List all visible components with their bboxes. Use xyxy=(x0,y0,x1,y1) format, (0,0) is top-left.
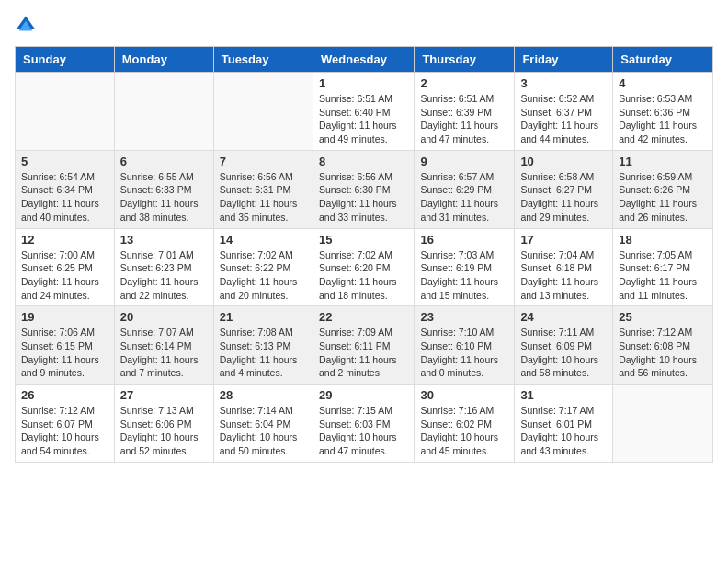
calendar-day-cell: 16Sunrise: 7:03 AM Sunset: 6:19 PM Dayli… xyxy=(415,228,515,306)
day-info: Sunrise: 6:57 AM Sunset: 6:29 PM Dayligh… xyxy=(420,170,508,224)
calendar-day-cell: 23Sunrise: 7:10 AM Sunset: 6:10 PM Dayli… xyxy=(415,306,515,385)
calendar-day-cell: 13Sunrise: 7:01 AM Sunset: 6:23 PM Dayli… xyxy=(114,228,213,306)
day-info: Sunrise: 7:02 AM Sunset: 6:22 PM Dayligh… xyxy=(220,248,307,303)
day-number: 12 xyxy=(21,233,108,247)
day-number: 28 xyxy=(220,388,307,402)
day-number: 14 xyxy=(220,233,307,247)
calendar-week-row: 12Sunrise: 7:00 AM Sunset: 6:25 PM Dayli… xyxy=(16,228,713,306)
day-number: 8 xyxy=(319,155,408,168)
day-number: 18 xyxy=(619,233,707,247)
calendar-day-cell: 28Sunrise: 7:14 AM Sunset: 6:04 PM Dayli… xyxy=(213,385,313,463)
day-info: Sunrise: 6:56 AM Sunset: 6:31 PM Dayligh… xyxy=(220,170,307,224)
day-number: 21 xyxy=(220,310,307,324)
day-info: Sunrise: 6:53 AM Sunset: 6:36 PM Dayligh… xyxy=(619,92,707,146)
day-number: 25 xyxy=(619,310,707,324)
day-number: 30 xyxy=(420,388,508,402)
day-info: Sunrise: 7:04 AM Sunset: 6:18 PM Dayligh… xyxy=(520,248,607,303)
calendar-day-cell: 22Sunrise: 7:09 AM Sunset: 6:11 PM Dayli… xyxy=(313,306,414,385)
day-number: 4 xyxy=(619,76,707,90)
day-info: Sunrise: 6:56 AM Sunset: 6:30 PM Dayligh… xyxy=(319,170,408,224)
day-info: Sunrise: 7:00 AM Sunset: 6:25 PM Dayligh… xyxy=(21,248,108,303)
calendar-day-cell: 6Sunrise: 6:55 AM Sunset: 6:33 PM Daylig… xyxy=(114,150,213,228)
day-number: 6 xyxy=(120,155,208,168)
day-info: Sunrise: 7:09 AM Sunset: 6:11 PM Dayligh… xyxy=(319,326,408,380)
day-info: Sunrise: 7:14 AM Sunset: 6:04 PM Dayligh… xyxy=(220,404,307,458)
day-number: 17 xyxy=(520,233,607,247)
calendar-day-cell: 19Sunrise: 7:06 AM Sunset: 6:15 PM Dayli… xyxy=(16,306,115,385)
calendar-day-cell: 31Sunrise: 7:17 AM Sunset: 6:01 PM Dayli… xyxy=(515,385,613,463)
calendar-day-cell: 15Sunrise: 7:02 AM Sunset: 6:20 PM Dayli… xyxy=(313,228,414,306)
day-info: Sunrise: 7:02 AM Sunset: 6:20 PM Dayligh… xyxy=(319,248,408,303)
day-number: 19 xyxy=(21,310,108,324)
calendar-week-row: 19Sunrise: 7:06 AM Sunset: 6:15 PM Dayli… xyxy=(16,306,713,385)
calendar-day-cell: 26Sunrise: 7:12 AM Sunset: 6:07 PM Dayli… xyxy=(16,385,115,463)
page-header xyxy=(15,15,713,37)
day-of-week-header: Monday xyxy=(114,47,213,73)
day-info: Sunrise: 7:11 AM Sunset: 6:09 PM Dayligh… xyxy=(520,326,607,380)
day-info: Sunrise: 7:06 AM Sunset: 6:15 PM Dayligh… xyxy=(21,326,108,380)
day-number: 27 xyxy=(120,388,208,402)
day-number: 1 xyxy=(319,76,408,90)
day-number: 31 xyxy=(520,388,607,402)
day-number: 10 xyxy=(520,155,607,168)
day-of-week-header: Wednesday xyxy=(313,47,414,73)
day-info: Sunrise: 7:12 AM Sunset: 6:07 PM Dayligh… xyxy=(21,404,108,458)
day-of-week-header: Sunday xyxy=(16,47,115,73)
day-info: Sunrise: 6:52 AM Sunset: 6:37 PM Dayligh… xyxy=(520,92,607,146)
day-info: Sunrise: 7:05 AM Sunset: 6:17 PM Dayligh… xyxy=(619,248,707,303)
calendar-day-cell: 3Sunrise: 6:52 AM Sunset: 6:37 PM Daylig… xyxy=(515,73,613,151)
day-info: Sunrise: 6:54 AM Sunset: 6:34 PM Dayligh… xyxy=(21,170,108,224)
day-info: Sunrise: 7:07 AM Sunset: 6:14 PM Dayligh… xyxy=(120,326,208,380)
day-of-week-header: Saturday xyxy=(613,47,713,73)
day-info: Sunrise: 6:51 AM Sunset: 6:40 PM Dayligh… xyxy=(319,92,408,146)
calendar-day-cell: 4Sunrise: 6:53 AM Sunset: 6:36 PM Daylig… xyxy=(613,73,713,151)
calendar-table: SundayMondayTuesdayWednesdayThursdayFrid… xyxy=(15,46,713,463)
day-info: Sunrise: 7:03 AM Sunset: 6:19 PM Dayligh… xyxy=(420,248,508,303)
day-of-week-header: Tuesday xyxy=(213,47,313,73)
calendar-day-cell: 27Sunrise: 7:13 AM Sunset: 6:06 PM Dayli… xyxy=(114,385,213,463)
logo xyxy=(15,15,40,37)
day-number: 29 xyxy=(319,388,408,402)
calendar-day-cell: 5Sunrise: 6:54 AM Sunset: 6:34 PM Daylig… xyxy=(16,150,115,228)
day-number: 9 xyxy=(420,155,508,168)
day-info: Sunrise: 6:59 AM Sunset: 6:26 PM Dayligh… xyxy=(619,170,707,224)
day-number: 26 xyxy=(21,388,108,402)
calendar-day-cell: 29Sunrise: 7:15 AM Sunset: 6:03 PM Dayli… xyxy=(313,385,414,463)
calendar-week-row: 26Sunrise: 7:12 AM Sunset: 6:07 PM Dayli… xyxy=(16,385,713,463)
day-info: Sunrise: 7:13 AM Sunset: 6:06 PM Dayligh… xyxy=(120,404,208,458)
day-number: 23 xyxy=(420,310,508,324)
calendar-day-cell: 14Sunrise: 7:02 AM Sunset: 6:22 PM Dayli… xyxy=(213,228,313,306)
logo-icon xyxy=(15,15,37,37)
calendar-day-cell: 24Sunrise: 7:11 AM Sunset: 6:09 PM Dayli… xyxy=(515,306,613,385)
calendar-day-cell: 9Sunrise: 6:57 AM Sunset: 6:29 PM Daylig… xyxy=(415,150,515,228)
calendar-day-cell xyxy=(613,385,713,463)
calendar-day-cell: 21Sunrise: 7:08 AM Sunset: 6:13 PM Dayli… xyxy=(213,306,313,385)
calendar-day-cell: 11Sunrise: 6:59 AM Sunset: 6:26 PM Dayli… xyxy=(613,150,713,228)
day-number: 2 xyxy=(420,76,508,90)
day-info: Sunrise: 6:58 AM Sunset: 6:27 PM Dayligh… xyxy=(520,170,607,224)
calendar-day-cell: 30Sunrise: 7:16 AM Sunset: 6:02 PM Dayli… xyxy=(415,385,515,463)
calendar-day-cell: 2Sunrise: 6:51 AM Sunset: 6:39 PM Daylig… xyxy=(415,73,515,151)
calendar-day-cell: 20Sunrise: 7:07 AM Sunset: 6:14 PM Dayli… xyxy=(114,306,213,385)
day-of-week-header: Thursday xyxy=(415,47,515,73)
calendar-day-cell xyxy=(213,73,313,151)
calendar-week-row: 5Sunrise: 6:54 AM Sunset: 6:34 PM Daylig… xyxy=(16,150,713,228)
day-number: 15 xyxy=(319,233,408,247)
day-number: 11 xyxy=(619,155,707,168)
calendar-day-cell: 17Sunrise: 7:04 AM Sunset: 6:18 PM Dayli… xyxy=(515,228,613,306)
day-number: 7 xyxy=(220,155,307,168)
calendar-day-cell xyxy=(114,73,213,151)
calendar-day-cell: 8Sunrise: 6:56 AM Sunset: 6:30 PM Daylig… xyxy=(313,150,414,228)
day-info: Sunrise: 7:15 AM Sunset: 6:03 PM Dayligh… xyxy=(319,404,408,458)
day-info: Sunrise: 7:16 AM Sunset: 6:02 PM Dayligh… xyxy=(420,404,508,458)
day-number: 13 xyxy=(120,233,208,247)
day-number: 20 xyxy=(120,310,208,324)
calendar-day-cell: 7Sunrise: 6:56 AM Sunset: 6:31 PM Daylig… xyxy=(213,150,313,228)
day-number: 24 xyxy=(520,310,607,324)
day-info: Sunrise: 7:08 AM Sunset: 6:13 PM Dayligh… xyxy=(220,326,307,380)
calendar-week-row: 1Sunrise: 6:51 AM Sunset: 6:40 PM Daylig… xyxy=(16,73,713,151)
day-number: 22 xyxy=(319,310,408,324)
day-number: 5 xyxy=(21,155,108,168)
day-info: Sunrise: 7:01 AM Sunset: 6:23 PM Dayligh… xyxy=(120,248,208,303)
calendar-day-cell: 12Sunrise: 7:00 AM Sunset: 6:25 PM Dayli… xyxy=(16,228,115,306)
